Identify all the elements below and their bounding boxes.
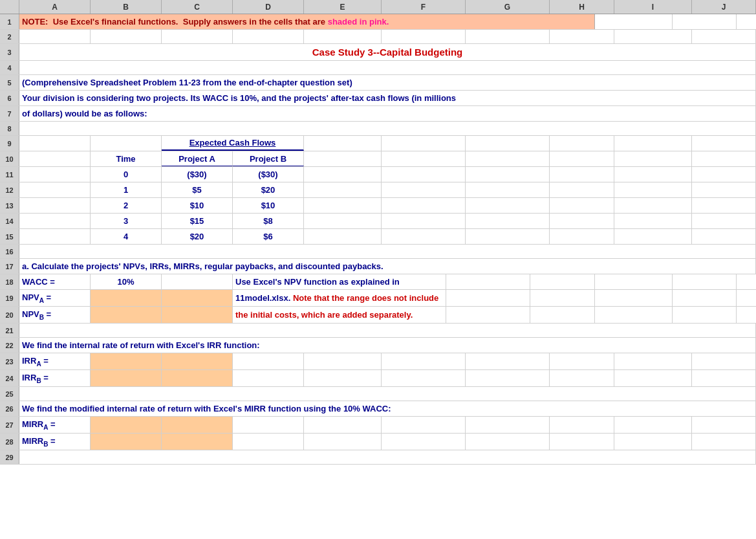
cell-13-b-val: $10 [233, 198, 304, 213]
cell-19-i [595, 290, 673, 306]
row-22: 22 We find the internal rate of return w… [0, 338, 756, 353]
t3: 3 [124, 216, 128, 226]
cell-28-input-b[interactable] [91, 434, 162, 450]
cell-13-h [550, 198, 614, 213]
cell-2-f [382, 30, 466, 43]
time-label: Time [116, 154, 135, 164]
cell-28-e [304, 434, 382, 450]
cell-28-f [382, 434, 466, 450]
cell-20-h [530, 307, 595, 323]
cell-20-i [595, 307, 673, 323]
row-num-27: 27 [0, 417, 19, 433]
col-header-i: I [614, 0, 692, 14]
cell-24-g [466, 370, 550, 386]
cell-19-g [446, 290, 530, 306]
cell-24-input-b[interactable] [91, 370, 162, 386]
row-11: 11 0 ($30) ($30) [0, 167, 756, 182]
cell-25 [19, 387, 756, 401]
cell-27-h [550, 417, 614, 433]
cell-18-a: WACC = [19, 274, 91, 289]
cell-11-f [382, 167, 466, 182]
cell-24-e [304, 370, 382, 386]
cell-20-input-b[interactable] [91, 307, 162, 323]
t4: 4 [124, 232, 128, 241]
cell-15-b-val: $6 [233, 229, 304, 244]
cell-12-j [692, 182, 756, 197]
cell-13-j [692, 198, 756, 213]
cell-10-h [550, 151, 614, 166]
cell-10-g [466, 151, 550, 166]
cell-23-input-c[interactable] [162, 353, 233, 369]
row-num-14: 14 [0, 214, 19, 228]
row-19: 19 NPVA = 11model.xlsx. Note that the ra… [0, 290, 756, 307]
r17-text: a. Calculate the projects' NPVs, IRRs, M… [22, 261, 383, 271]
b4: $6 [263, 232, 272, 241]
cell-18-j [673, 274, 737, 289]
col-header-a: A [19, 0, 91, 14]
a4: $20 [190, 232, 204, 241]
cell-27-f [382, 417, 466, 433]
cell-6-text: Your division is considering two project… [19, 91, 756, 105]
cell-11-b-val: ($30) [233, 167, 304, 182]
cell-27-input-c[interactable] [162, 417, 233, 433]
proja-label: Project A [178, 154, 215, 164]
cell-13-a [19, 198, 91, 213]
row-num-24: 24 [0, 370, 19, 386]
r19-text1: 11model.xlsx. [235, 293, 290, 303]
row-num-16: 16 [0, 245, 19, 258]
cell-14-e [304, 214, 382, 228]
cell-10-proja: Project A [162, 151, 233, 166]
cell-9-a [19, 136, 91, 151]
cell-19-text: 11model.xlsx. Note that the range does n… [233, 290, 446, 306]
r19-note: Note that the range does not include [293, 293, 438, 303]
r6-text: Your division is considering two project… [22, 93, 456, 103]
cell-23-input-b[interactable] [91, 353, 162, 369]
cell-19-a: NPVA = [19, 290, 91, 306]
cell-19-input-b[interactable] [91, 290, 162, 306]
cell-28-i [614, 434, 692, 450]
cell-15-f [382, 229, 466, 244]
cell-2-j [692, 30, 756, 43]
row-23: 23 IRRA = [0, 353, 756, 370]
cell-9-i [614, 136, 692, 151]
row-27: 27 MIRRA = [0, 417, 756, 434]
b0: ($30) [258, 170, 277, 179]
r22-text: We find the internal rate of return with… [22, 340, 260, 350]
cell-13-i [614, 198, 692, 213]
row-num-1: 1 [0, 14, 19, 29]
cell-24-input-c[interactable] [162, 370, 233, 386]
projb-label: Project B [250, 154, 286, 164]
cell-15-time: 4 [91, 229, 162, 244]
r5-text: (Comprehensive Spreadsheet Problem 11-23… [22, 78, 352, 87]
cell-13-e [304, 198, 382, 213]
cell-28-input-c[interactable] [162, 434, 233, 450]
row-num-4: 4 [0, 61, 19, 74]
row-9: 9 Expected Cash Flows [0, 136, 756, 151]
cell-14-h [550, 214, 614, 228]
cell-27-g [466, 417, 550, 433]
cell-20-input-c[interactable] [162, 307, 233, 323]
cell-27-d [233, 417, 304, 433]
row-num-29: 29 [0, 450, 19, 464]
row-num-23: 23 [0, 353, 19, 369]
row-num-12: 12 [0, 182, 19, 197]
cell-5-text: (Comprehensive Spreadsheet Problem 11-23… [19, 75, 756, 90]
cell-11-h [550, 167, 614, 182]
cell-28-a: MIRRB = [19, 434, 91, 450]
row-num-28: 28 [0, 434, 19, 450]
cell-12-i [614, 182, 692, 197]
cell-24-i [614, 370, 692, 386]
cell-19-input-c[interactable] [162, 290, 233, 306]
t0: 0 [124, 170, 128, 179]
cell-12-f [382, 182, 466, 197]
row-18: 18 WACC = 10% Use Excel's NPV function a… [0, 274, 756, 290]
cell-14-b-val: $8 [233, 214, 304, 228]
cell-19-j [673, 290, 737, 306]
cell-27-a: MIRRA = [19, 417, 91, 433]
row-17: 17 a. Calculate the projects' NPVs, IRRs… [0, 259, 756, 274]
r18-text: Use Excel's NPV function as explained in [235, 277, 400, 287]
irrb-label: IRRB = [22, 373, 49, 384]
a2: $10 [190, 201, 204, 210]
cell-10-e [304, 151, 382, 166]
cell-27-input-b[interactable] [91, 417, 162, 433]
